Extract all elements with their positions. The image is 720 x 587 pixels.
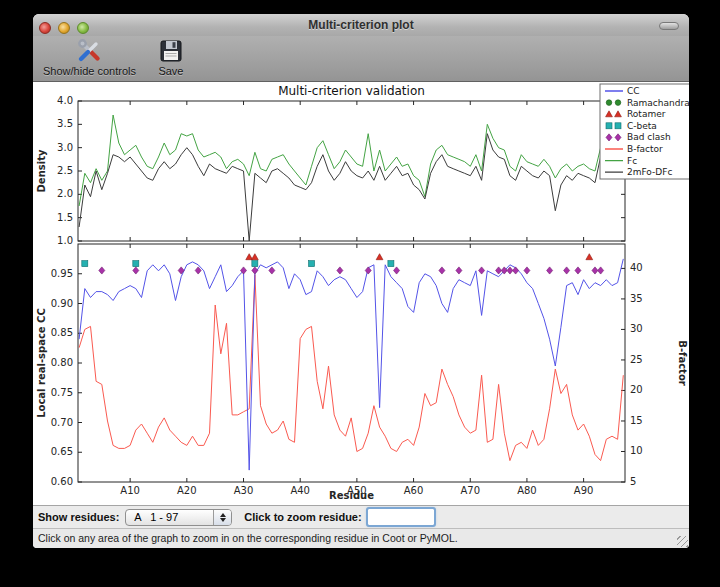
- svg-text:Ramachandran: Ramachandran: [627, 98, 689, 108]
- floppy-disk-icon: [158, 38, 184, 64]
- title-bar[interactable]: Multi-criterion plot: [33, 14, 689, 36]
- tools-icon: [76, 38, 102, 64]
- svg-text:2.5: 2.5: [57, 165, 73, 176]
- svg-text:4.0: 4.0: [57, 95, 73, 106]
- resize-grip-icon[interactable]: [677, 536, 688, 547]
- cc-plot-frame: [78, 244, 625, 482]
- desktop-background: Multi-criterion plot Show/hide controls: [0, 0, 720, 587]
- cc-line: [79, 259, 623, 470]
- svg-text:35: 35: [630, 293, 643, 304]
- svg-text:0.80: 0.80: [51, 357, 73, 368]
- svg-text:A20: A20: [177, 485, 197, 496]
- show-residues-dropdown[interactable]: A 1 - 97: [125, 509, 232, 526]
- svg-text:10: 10: [630, 445, 643, 456]
- svg-text:0.70: 0.70: [51, 417, 73, 428]
- arrow-down-icon: [220, 518, 226, 522]
- save-label: Save: [158, 65, 183, 77]
- bad-clash-markers: [99, 267, 604, 274]
- svg-text:1.5: 1.5: [57, 212, 73, 223]
- svg-text:B-factor: B-factor: [627, 144, 663, 154]
- arrow-up-icon: [220, 513, 226, 517]
- svg-text:CC: CC: [627, 86, 640, 96]
- svg-text:A10: A10: [120, 485, 140, 496]
- save-button[interactable]: Save: [154, 36, 188, 79]
- toolbar: Show/hide controls Save: [33, 36, 689, 82]
- svg-text:40: 40: [630, 262, 643, 273]
- svg-text:15: 15: [630, 415, 643, 426]
- status-text: Click on any area of the graph to zoom i…: [38, 532, 458, 544]
- svg-text:2.0: 2.0: [57, 188, 73, 199]
- 2mfo-dfc-line: [79, 134, 623, 241]
- svg-text:A40: A40: [290, 485, 310, 496]
- rotamer-markers: [246, 254, 593, 260]
- svg-text:3.0: 3.0: [57, 142, 73, 153]
- svg-text:1.0: 1.0: [57, 235, 73, 246]
- up-down-stepper-icon[interactable]: [213, 510, 231, 525]
- svg-text:0.85: 0.85: [51, 327, 73, 338]
- window-title: Multi-criterion plot: [33, 14, 689, 36]
- chain-range-value: A 1 - 97: [126, 511, 178, 523]
- svg-text:0.60: 0.60: [51, 476, 73, 487]
- b-factor-axis-label: B-factor: [677, 340, 688, 385]
- svg-text:A80: A80: [517, 485, 537, 496]
- multi-criterion-plot-window: Multi-criterion plot Show/hide controls: [33, 14, 689, 548]
- svg-text:A70: A70: [460, 485, 480, 496]
- residue-axis-label: Residue: [329, 490, 374, 501]
- svg-text:A30: A30: [234, 485, 254, 496]
- svg-text:3.5: 3.5: [57, 118, 73, 129]
- show-hide-controls-label: Show/hide controls: [43, 65, 136, 77]
- svg-text:Bad clash: Bad clash: [627, 132, 671, 142]
- plot-title: Multi-criterion validation: [278, 84, 425, 98]
- show-residues-label: Show residues:: [38, 511, 119, 523]
- controls-strip: Show residues: A 1 - 97 Click to zoom re…: [33, 505, 689, 528]
- c-beta-markers: [82, 261, 394, 267]
- svg-text:5: 5: [630, 476, 636, 487]
- svg-text:A60: A60: [404, 485, 424, 496]
- svg-text:A90: A90: [574, 485, 594, 496]
- svg-text:0.95: 0.95: [51, 268, 73, 279]
- toolbar-pill-button[interactable]: [659, 22, 679, 30]
- legend: CCRamachandranRotamerC-betaBad clashB-fa…: [600, 84, 689, 179]
- svg-text:30: 30: [630, 323, 643, 334]
- cc-axis-label: Local real-space CC: [36, 308, 47, 418]
- density-axis-label: Density: [36, 149, 47, 192]
- plot-area: Multi-criterion validation1.01.52.02.53.…: [33, 82, 689, 505]
- fc-line: [79, 115, 623, 206]
- status-bar: Click on any area of the graph to zoom i…: [33, 528, 689, 548]
- b-factor-line: [79, 275, 623, 461]
- svg-text:2mFo-DFc: 2mFo-DFc: [627, 167, 672, 177]
- show-hide-controls-button[interactable]: Show/hide controls: [39, 36, 140, 79]
- svg-text:25: 25: [630, 354, 643, 365]
- zoom-residue-label: Click to zoom residue:: [244, 511, 361, 523]
- svg-text:0.75: 0.75: [51, 387, 73, 398]
- multi-criterion-plot-canvas[interactable]: Multi-criterion validation1.01.52.02.53.…: [33, 82, 689, 505]
- zoom-residue-input[interactable]: [368, 509, 434, 525]
- svg-text:C-beta: C-beta: [627, 121, 657, 131]
- svg-text:Fc: Fc: [627, 156, 637, 166]
- svg-text:Rotamer: Rotamer: [627, 109, 666, 119]
- svg-text:0.65: 0.65: [51, 446, 73, 457]
- svg-text:0.90: 0.90: [51, 298, 73, 309]
- svg-text:20: 20: [630, 384, 643, 395]
